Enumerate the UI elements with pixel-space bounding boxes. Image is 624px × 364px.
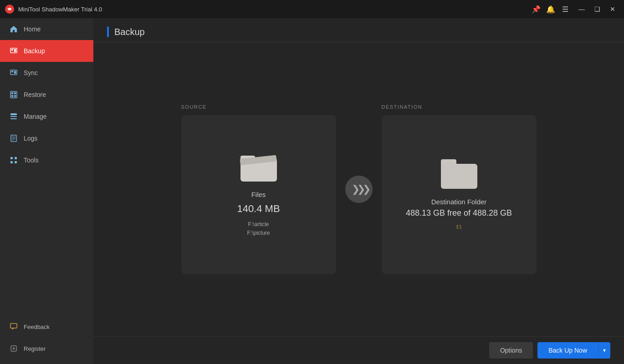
svg-rect-9 [14, 92, 16, 94]
cards-area: SOURCE Files 140.4 MB F:\article F:\pict… [93, 42, 624, 336]
svg-rect-22 [15, 161, 17, 163]
page-header: Backup [93, 18, 624, 42]
svg-rect-6 [14, 71, 16, 74]
sidebar-item-register[interactable]: Register [0, 338, 93, 359]
app-title: MiniTool ShadowMaker Trial 4.0 [18, 6, 529, 13]
options-button[interactable]: Options [489, 342, 533, 359]
minimize-button[interactable]: — [575, 3, 588, 15]
sidebar-label-tools: Tools [24, 157, 39, 164]
source-size: 140.4 MB [237, 203, 280, 215]
sidebar-label-register: Register [24, 345, 46, 352]
close-button[interactable]: ✕ [606, 3, 619, 15]
source-section-label: SOURCE [181, 104, 336, 110]
sidebar-item-feedback[interactable]: Feedback [0, 316, 93, 338]
svg-rect-20 [15, 157, 17, 159]
sidebar-label-logs: Logs [24, 135, 37, 142]
source-card[interactable]: Files 140.4 MB F:\article F:\picture [181, 115, 336, 274]
notification-button[interactable]: 🔔 [544, 3, 558, 15]
destination-free-space: 488.13 GB free of 488.28 GB [406, 208, 512, 218]
backup-now-button[interactable]: Back Up Now [537, 342, 598, 359]
sidebar-label-feedback: Feedback [24, 324, 50, 330]
sidebar-item-home[interactable]: Home [0, 18, 93, 40]
svg-rect-10 [11, 95, 13, 97]
source-path-2: F:\picture [247, 229, 270, 238]
title-bar: MiniTool ShadowMaker Trial 4.0 📌 🔔 ☰ — ❑… [0, 0, 624, 18]
svg-rect-8 [11, 92, 13, 94]
destination-card[interactable]: Destination Folder 488.13 GB free of 488… [382, 115, 537, 274]
app-body: Home Backup [0, 18, 624, 364]
destination-label: Destination Folder [431, 198, 487, 206]
sidebar-label-sync: Sync [24, 69, 38, 76]
sidebar-item-tools[interactable]: Tools [0, 149, 93, 171]
logs-icon [9, 134, 18, 143]
svg-rect-14 [10, 118, 17, 119]
sidebar-item-backup[interactable]: Backup [0, 40, 93, 62]
svg-rect-2 [11, 49, 13, 51]
bottom-bar: Options Back Up Now ▾ [93, 336, 624, 364]
source-folder-icon [240, 152, 277, 182]
sidebar-label-restore: Restore [24, 91, 46, 98]
svg-rect-19 [10, 157, 13, 159]
main-content: Backup SOURCE Files 140.4 MB F:\artic [93, 18, 624, 364]
sidebar-label-manage: Manage [24, 113, 47, 120]
destination-folder-icon [441, 159, 477, 189]
sync-icon [9, 68, 18, 77]
source-path-1: F:\article [247, 220, 270, 229]
sidebar-label-home: Home [24, 25, 41, 33]
svg-rect-12 [10, 113, 17, 115]
register-icon [9, 344, 18, 353]
backup-dropdown-button[interactable]: ▾ [598, 342, 610, 359]
page-title: Backup [114, 27, 145, 37]
tools-icon [9, 156, 18, 165]
home-icon [9, 25, 18, 34]
sidebar-nav: Home Backup [0, 18, 93, 316]
svg-rect-13 [10, 116, 17, 117]
sidebar-footer: Feedback Register [0, 316, 93, 364]
manage-icon [9, 112, 18, 121]
sidebar-item-restore[interactable]: Restore [0, 84, 93, 106]
pin-button[interactable]: 📌 [529, 3, 543, 15]
sidebar-label-backup: Backup [24, 47, 45, 55]
svg-rect-11 [14, 95, 16, 97]
svg-rect-5 [11, 71, 13, 72]
menu-button[interactable]: ☰ [558, 3, 572, 15]
sidebar-item-sync[interactable]: Sync [0, 62, 93, 84]
svg-rect-23 [10, 324, 17, 328]
sidebar-item-manage[interactable]: Manage [0, 106, 93, 127]
maximize-button[interactable]: ❑ [590, 3, 604, 15]
sidebar: Home Backup [0, 18, 93, 364]
header-accent [107, 26, 109, 37]
svg-rect-21 [10, 161, 13, 163]
source-file-label: Files [251, 191, 266, 198]
feedback-icon [9, 322, 18, 331]
svg-rect-3 [14, 49, 16, 52]
destination-path: I:\ [456, 223, 461, 230]
source-paths: F:\article F:\picture [247, 220, 270, 238]
sidebar-item-logs[interactable]: Logs [0, 127, 93, 149]
app-logo [5, 4, 15, 14]
navigate-arrow-button[interactable]: ❯❯❯ [345, 176, 373, 203]
destination-wrapper: DESTINATION Destination Folder 488.13 GB… [382, 104, 537, 274]
source-wrapper: SOURCE Files 140.4 MB F:\article F:\pict… [181, 104, 336, 274]
backup-icon [9, 46, 18, 56]
backup-button-group: Back Up Now ▾ [537, 342, 610, 359]
destination-section-label: DESTINATION [382, 104, 537, 110]
restore-icon [9, 90, 18, 99]
